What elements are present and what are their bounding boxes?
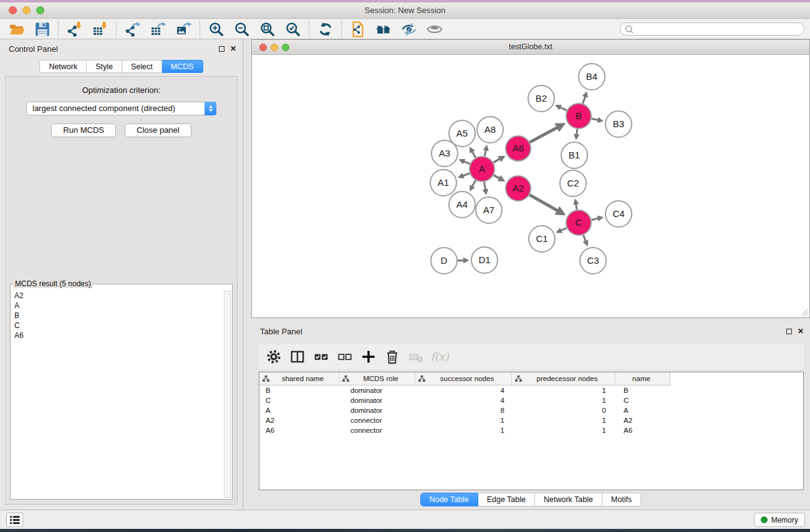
column-header-shared-name[interactable]: shared name [259,372,339,385]
mcds-result-list[interactable]: A2ABCA6 [12,291,223,498]
node-C[interactable]: C [566,210,591,235]
table-row[interactable]: A2connector11A2 [259,415,803,425]
node-B2[interactable]: B2 [528,85,554,112]
houses-button[interactable] [370,20,396,39]
node-D1[interactable]: D1 [471,247,498,273]
close-table-panel-icon[interactable] [798,328,804,334]
resize-grip-icon[interactable] [801,309,808,316]
node-A2[interactable]: A2 [506,176,531,201]
node-B[interactable]: B [566,104,591,128]
network-canvas[interactable]: AA1A2A3A4A5A6A7A8BB1B2B3B4CC1C2C3C4DD1 [252,56,809,317]
document-network-button[interactable] [345,20,370,39]
search-input[interactable] [634,24,804,34]
save-floppy-button[interactable] [29,20,55,39]
edge-A-A7[interactable] [485,182,486,193]
table-row[interactable]: Bdominator41B [259,385,803,395]
minimize-window-button[interactable] [22,6,31,14]
edge-B-B1[interactable] [576,129,577,138]
tab-style[interactable]: Style [87,60,122,73]
edge-A-A2[interactable] [494,175,504,180]
node-C3[interactable]: C3 [580,248,606,274]
add-column-button[interactable] [359,347,378,367]
edge-B-B2[interactable] [557,106,567,111]
node-A5[interactable]: A5 [449,120,475,147]
node-B4[interactable]: B4 [579,64,605,90]
float-panel-icon[interactable] [219,46,224,52]
zoom-out-button[interactable] [229,20,254,39]
tab-network[interactable]: Network [39,60,87,73]
table-row[interactable]: Adominator80A [259,405,803,415]
node-B3[interactable]: B3 [605,111,632,137]
edge-B-B3[interactable] [592,118,602,120]
settings-gear-button[interactable] [264,347,284,367]
delete-column-button[interactable] [382,347,402,367]
column-layout-button[interactable] [287,347,307,367]
edge-A-A5[interactable] [470,148,475,158]
criterion-select[interactable]: largest connected component (directed) [26,102,216,115]
node-A1[interactable]: A1 [430,170,456,196]
network-zoom-button[interactable] [282,44,289,51]
edge-C-C4[interactable] [592,218,602,220]
result-list-item[interactable]: A6 [12,331,223,341]
edge-C-C3[interactable] [583,235,587,245]
tab-edge-table[interactable]: Edge Table [478,493,535,506]
edge-C-C1[interactable] [557,228,567,233]
node-B1[interactable]: B1 [561,142,587,168]
close-panel-button[interactable]: Close panel [125,123,191,137]
folder-open-button[interactable] [4,20,29,39]
float-table-panel-icon[interactable] [786,329,792,334]
column-header-successor-nodes[interactable]: successor nodes [415,372,512,385]
node-C1[interactable]: C1 [529,226,555,252]
refresh-button[interactable] [312,20,338,39]
tab-select[interactable]: Select [122,60,162,73]
close-window-button[interactable] [9,6,17,14]
edge-B-B4[interactable] [583,93,587,104]
zoom-selected-button[interactable] [280,20,306,39]
memory-button[interactable]: Memory [754,513,805,527]
edge-A-A6[interactable] [493,157,503,162]
deselect-all-button[interactable] [335,347,355,367]
zoom-in-button[interactable] [203,20,229,39]
result-list-item[interactable]: A2 [12,291,223,301]
tab-node-table[interactable]: Node Table [420,493,478,506]
result-list-item[interactable]: B [12,311,223,321]
edge-A-A1[interactable] [460,173,470,177]
tab-network-table[interactable]: Network Table [535,493,602,506]
node-A7[interactable]: A7 [476,197,502,223]
task-history-button[interactable] [6,513,23,527]
export-network-button[interactable] [120,20,145,39]
node-A8[interactable]: A8 [477,117,503,143]
node-C2[interactable]: C2 [560,170,586,196]
search-box[interactable] [620,22,804,36]
tab-motifs[interactable]: Motifs [602,493,641,506]
edge-C-C2[interactable] [576,200,577,210]
table-row[interactable]: Cdominator41C [259,395,803,405]
node-C4[interactable]: C4 [605,201,632,227]
eye-slash-button[interactable] [396,20,422,39]
import-network-button[interactable] [62,20,87,39]
edge-A2-C[interactable] [529,195,563,214]
result-list-item[interactable]: A [12,301,223,311]
zoom-window-button[interactable] [36,6,44,14]
zoom-fit-button[interactable] [254,20,280,39]
node-A[interactable]: A [470,157,494,181]
node-table[interactable]: shared nameMCDS rolesuccessor nodesprede… [259,372,804,490]
node-A4[interactable]: A4 [449,191,475,218]
run-mcds-button[interactable]: Run MCDS [51,123,116,137]
result-scrollbar[interactable] [224,291,231,498]
column-header-predecessor-nodes[interactable]: predecessor nodes [512,372,615,385]
edge-A-A8[interactable] [485,147,486,157]
edge-A-A4[interactable] [470,180,475,190]
tab-mcds[interactable]: MCDS [162,60,203,73]
network-minimize-button[interactable] [271,44,278,51]
close-panel-icon[interactable] [230,46,236,52]
select-all-button[interactable] [311,347,331,367]
result-list-item[interactable]: C [12,321,223,331]
edge-A6-B[interactable] [530,125,563,143]
export-image-button[interactable] [171,20,196,39]
column-header-name[interactable]: name [615,372,670,385]
export-table-button[interactable] [145,20,171,39]
node-D[interactable]: D [431,248,457,274]
network-close-button[interactable] [259,44,267,51]
edge-A-A3[interactable] [460,160,470,164]
